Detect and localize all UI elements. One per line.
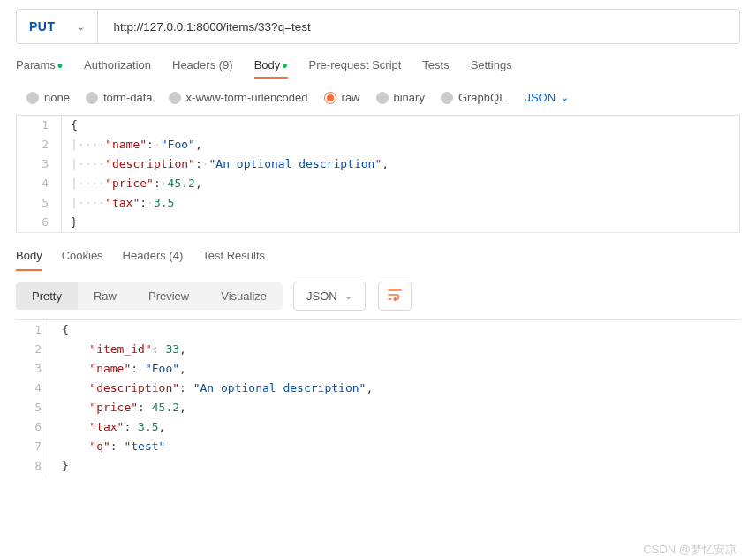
url-input[interactable] (98, 20, 740, 34)
request-tabs: Params• Authorization Headers (9) Body• … (0, 44, 756, 79)
view-preview-button[interactable]: Preview (132, 282, 205, 310)
view-raw-button[interactable]: Raw (78, 282, 132, 310)
wrap-icon (388, 289, 402, 304)
status-dot-icon: • (282, 57, 287, 75)
tab-tests[interactable]: Tests (422, 58, 449, 79)
view-mode-group: Pretty Raw Preview Visualize (16, 282, 283, 310)
code-line: 8} (16, 456, 740, 476)
url-bar: PUT ⌄ (16, 9, 740, 44)
code-line: 1{ (17, 116, 739, 135)
radio-icon (86, 92, 98, 104)
code-line: 2 "item_id": 33, (16, 340, 740, 359)
body-type-row: none form-data x-www-form-urlencoded raw… (0, 79, 756, 115)
radio-icon (441, 92, 453, 104)
radio-icon (26, 92, 39, 104)
resp-tab-body[interactable]: Body (16, 249, 42, 271)
tab-prerequest[interactable]: Pre-request Script (309, 58, 402, 79)
resp-tab-headers[interactable]: Headers (4) (123, 249, 184, 271)
response-type-select[interactable]: JSON⌄ (293, 282, 366, 311)
code-line: 7 "q": "test" (16, 437, 740, 456)
content-type-select[interactable]: JSON⌄ (525, 91, 569, 104)
http-method-label: PUT (29, 19, 56, 34)
http-method-select[interactable]: PUT ⌄ (17, 10, 98, 43)
body-type-binary[interactable]: binary (376, 91, 425, 104)
response-body-editor[interactable]: 1{2 "item_id": 33,3 "name": "Foo",4 "des… (16, 319, 740, 476)
tab-params[interactable]: Params• (16, 58, 63, 79)
tab-authorization[interactable]: Authorization (84, 58, 151, 79)
code-line: 6 "tax": 3.5, (16, 417, 740, 437)
request-body-editor[interactable]: 1{2|····"name":·"Foo",3|····"description… (16, 115, 740, 233)
watermark-text: CSDN @梦忆安凉 (643, 542, 737, 556)
tab-settings[interactable]: Settings (471, 58, 512, 79)
chevron-down-icon: ⌄ (561, 92, 569, 103)
body-type-urlencoded[interactable]: x-www-form-urlencoded (169, 91, 308, 104)
code-line: 4 "description": "An optional descriptio… (16, 379, 740, 398)
view-visualize-button[interactable]: Visualize (205, 282, 283, 310)
response-tabs: Body Cookies Headers (4) Test Results (0, 249, 756, 271)
radio-checked-icon (324, 92, 336, 104)
chevron-down-icon: ⌄ (77, 21, 85, 33)
resp-tab-cookies[interactable]: Cookies (62, 249, 103, 271)
response-view-row: Pretty Raw Preview Visualize JSON⌄ (0, 271, 756, 319)
code-line: 5 "price": 45.2, (16, 398, 740, 417)
status-dot-icon: • (57, 57, 63, 75)
wrap-lines-button[interactable] (378, 282, 412, 311)
body-type-formdata[interactable]: form-data (86, 91, 153, 104)
code-line: 4|····"price":·45.2, (17, 174, 739, 193)
code-line: 2|····"name":·"Foo", (17, 135, 739, 154)
code-line: 3|····"description":·"An optional descri… (17, 154, 739, 174)
body-type-graphql[interactable]: GraphQL (441, 91, 505, 104)
body-type-none[interactable]: none (26, 91, 70, 104)
body-type-raw[interactable]: raw (324, 91, 360, 104)
code-line: 5|····"tax":·3.5 (17, 193, 739, 213)
radio-icon (376, 92, 389, 104)
resp-tab-testresults[interactable]: Test Results (202, 249, 265, 271)
tab-body[interactable]: Body• (254, 58, 288, 79)
tab-headers[interactable]: Headers (9) (172, 58, 233, 79)
code-line: 6} (17, 213, 739, 232)
view-pretty-button[interactable]: Pretty (16, 282, 78, 310)
code-line: 1{ (16, 320, 740, 340)
radio-icon (169, 92, 181, 104)
code-line: 3 "name": "Foo", (16, 359, 740, 379)
chevron-down-icon: ⌄ (344, 290, 352, 302)
